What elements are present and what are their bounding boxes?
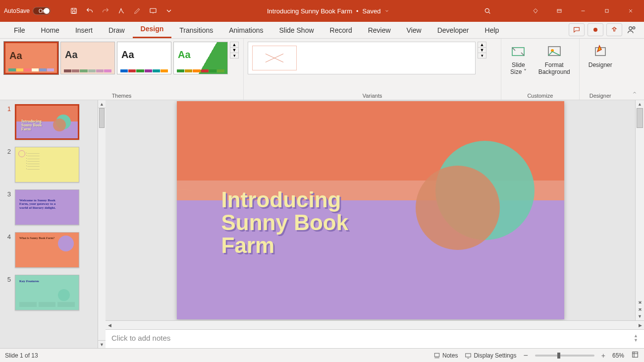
close-button[interactable] (619, 0, 642, 22)
zoom-out-button[interactable]: − (523, 351, 528, 360)
svg-rect-1 (73, 11, 75, 13)
thumb-slide-1[interactable]: IntroducingSunny BookFarm (15, 104, 79, 140)
customize-group-label: Customize (505, 92, 575, 99)
thumbnail-row[interactable]: 5 Key Features (2, 275, 96, 310)
zoom-slider-thumb[interactable] (557, 353, 560, 359)
thumb-slide-3[interactable]: Welcome to Sunny Book Farm, your gateway… (15, 189, 79, 225)
theme-thumb-3[interactable]: Aa (117, 42, 171, 74)
collapse-ribbon-button[interactable] (629, 89, 640, 97)
editor-vertical-scrollbar[interactable]: ▲ ▼ (635, 100, 644, 320)
svg-rect-14 (638, 310, 642, 311)
svg-rect-15 (434, 353, 439, 357)
scroll-right-icon[interactable]: ▶ (636, 321, 644, 329)
theme-thumb-4[interactable]: Aa (173, 42, 228, 74)
thumbnail-list[interactable]: 1 IntroducingSunny BookFarm 2 • ———————•… (0, 100, 98, 348)
variant-placeholder-icon (252, 46, 297, 70)
tab-transitions[interactable]: Transitions (171, 22, 221, 38)
minimize-button[interactable] (572, 0, 594, 22)
camera-button[interactable] (588, 23, 603, 36)
tab-file[interactable]: File (6, 22, 33, 38)
scroll-down-icon[interactable]: ▼ (636, 312, 644, 320)
notes-toggle[interactable]: Notes (433, 352, 458, 359)
thumbnail-row[interactable]: 1 IntroducingSunny BookFarm (2, 104, 96, 140)
slide-size-button[interactable]: SlideSize ˅ (505, 42, 532, 77)
zoom-level[interactable]: 65% (612, 352, 624, 359)
tab-slideshow[interactable]: Slide Show (271, 22, 322, 38)
window-title: Introducing Sunny Book Farm • Saved (176, 7, 481, 15)
tab-insert[interactable]: Insert (67, 22, 101, 38)
redo-button[interactable] (99, 4, 112, 18)
search-button[interactable] (481, 4, 494, 18)
spin-down-icon[interactable]: ▼ (230, 48, 238, 53)
thumb-slide-4[interactable]: What is Sunny Book Farm? (15, 232, 79, 268)
draw-button[interactable] (130, 4, 144, 18)
present-button[interactable] (146, 4, 160, 18)
scrollbar-thumb[interactable] (99, 108, 105, 128)
editor-horizontal-scrollbar[interactable]: ◀ ▶ (106, 320, 644, 329)
tab-help[interactable]: Help (477, 22, 507, 38)
format-background-button[interactable]: FormatBackground (534, 42, 575, 77)
scrollbar-thumb[interactable] (637, 108, 643, 128)
scroll-left-icon[interactable]: ◀ (106, 321, 113, 329)
scroll-up-icon[interactable]: ▲ (636, 100, 644, 108)
tab-draw[interactable]: Draw (101, 22, 133, 38)
qat-more-button[interactable] (162, 4, 176, 18)
autosave-toggle[interactable]: AutoSave On (4, 7, 60, 15)
touch-mode-button[interactable] (114, 4, 128, 18)
slide-title[interactable]: Introducing Sunny Book Farm (221, 188, 349, 257)
thumbnail-row[interactable]: 2 • ———————• ———————• ———————• ———————• … (2, 147, 96, 182)
diamond-button[interactable] (524, 0, 547, 22)
tab-view[interactable]: View (399, 22, 429, 38)
variants-gallery-spinner[interactable]: ▲ ▼ ▾ (478, 42, 486, 59)
thumbnail-row[interactable]: 4 What is Sunny Book Farm? (2, 232, 96, 268)
display-settings-button[interactable]: Display Settings (465, 352, 516, 359)
theme-thumb-1[interactable]: Aa (4, 42, 58, 74)
ribbon-group-variants: ▲ ▼ ▾ Variants (244, 39, 501, 100)
ribbon-tabs: File Home Insert Draw Design Transitions… (0, 22, 644, 39)
thumb-slide-2[interactable]: • ———————• ———————• ———————• ———————• ——… (15, 147, 79, 182)
thumb-slide-5[interactable]: Key Features (15, 275, 79, 310)
scroll-up-icon[interactable]: ▲ (98, 100, 106, 108)
slide-counter[interactable]: Slide 1 of 13 (5, 352, 38, 359)
thumbnail-scrollbar[interactable]: ▲ ▼ (98, 100, 106, 348)
variants-gallery[interactable] (248, 42, 476, 74)
tab-developer[interactable]: Developer (429, 22, 477, 38)
spin-more-icon[interactable]: ▾ (478, 53, 486, 58)
zoom-in-button[interactable]: + (601, 352, 605, 360)
themes-gallery-spinner[interactable]: ▲ ▼ ▾ (230, 42, 239, 59)
tab-record[interactable]: Record (322, 22, 360, 38)
share-button[interactable] (606, 23, 622, 36)
scroll-down-icon[interactable]: ▼ (98, 340, 106, 348)
tab-home[interactable]: Home (33, 22, 67, 38)
theme-thumb-2[interactable]: Aa (60, 42, 115, 74)
slide-canvas[interactable]: Introducing Sunny Book Farm (177, 101, 564, 319)
spin-up-icon[interactable]: ▲ (478, 42, 486, 48)
undo-button[interactable] (83, 4, 97, 18)
tab-animations[interactable]: Animations (221, 22, 271, 38)
save-button[interactable] (67, 4, 81, 18)
chevron-down-icon[interactable] (384, 8, 389, 13)
tab-design[interactable]: Design (133, 21, 172, 38)
designer-button[interactable]: Designer (584, 42, 617, 70)
svg-rect-5 (605, 9, 608, 12)
account-button[interactable] (625, 25, 638, 34)
svg-rect-9 (512, 48, 524, 56)
doc-save-state: Saved (363, 7, 381, 15)
spin-up-icon[interactable]: ▲ (230, 42, 238, 48)
slide-area[interactable]: Introducing Sunny Book Farm (106, 100, 635, 320)
spin-more-icon[interactable]: ▾ (230, 53, 238, 58)
notes-pane[interactable]: Click to add notes ▲ ▼ (106, 329, 644, 348)
svg-rect-16 (466, 353, 471, 357)
thumbnail-row[interactable]: 3 Welcome to Sunny Book Farm, your gatew… (2, 189, 96, 225)
maximize-button[interactable] (595, 0, 618, 22)
notes-placeholder: Click to add notes (111, 334, 170, 342)
spin-down-icon[interactable]: ▼ (478, 48, 486, 53)
tab-review[interactable]: Review (360, 22, 399, 38)
fit-to-window-button[interactable] (631, 351, 639, 360)
prev-slide-icon[interactable] (637, 301, 643, 305)
comments-button[interactable] (569, 23, 585, 36)
next-slide-icon[interactable] (637, 306, 643, 311)
notes-scroll-down-icon[interactable]: ▼ (634, 338, 638, 343)
ribbon-mode-button[interactable] (548, 0, 571, 22)
zoom-slider[interactable] (535, 355, 594, 357)
